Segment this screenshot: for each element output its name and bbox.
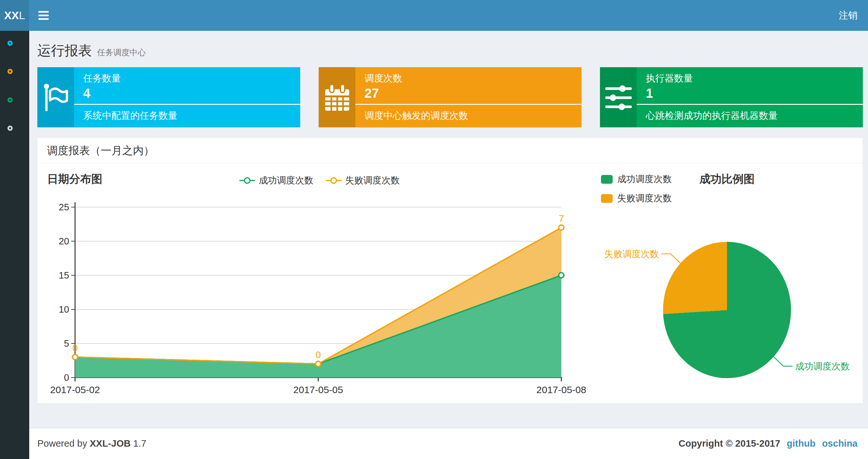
legend-label: 失败调度次数 xyxy=(345,174,400,187)
legend-line-marker-icon xyxy=(325,177,342,184)
pie-slice-label: 失败调度次数 xyxy=(604,249,659,259)
app-logo[interactable]: XXL xyxy=(0,0,29,31)
sidebar-item-report-circle-icon[interactable] xyxy=(7,40,13,46)
main-content: 运行报表 任务调度中心 任务数量 4 系统中配置的任务数量 xyxy=(29,31,868,459)
failure-point-marker[interactable] xyxy=(559,225,564,230)
report-panel: 调度报表（一月之内） 日期分布图 成功调度次数失败调度次数 0510152025… xyxy=(37,138,863,403)
navbar: 注销 xyxy=(29,0,868,31)
stacked-area-chart[interactable]: 05101520252017-05-022017-05-052017-05-08… xyxy=(37,188,590,400)
sidebar-item-executor-circle-icon[interactable] xyxy=(7,97,13,103)
stat-box-triggers: 调度次数 27 调度中心触发的调度次数 xyxy=(319,67,582,127)
pie-label-leader-line xyxy=(661,254,681,263)
top-navbar: XXL 注销 xyxy=(0,0,868,31)
stat-value: 1 xyxy=(637,85,863,102)
legend-label: 成功调度次数 xyxy=(259,174,313,187)
hamburger-icon xyxy=(38,14,49,16)
success-ratio-chart-area: 成功比例图 成功调度次数失败调度次数 成功调度次数失败调度次数 xyxy=(601,163,864,403)
stat-description: 心跳检测成功的执行器机器数量 xyxy=(637,105,863,126)
y-axis-tick-label: 20 xyxy=(59,236,69,247)
oschina-link[interactable]: oschina xyxy=(822,438,858,449)
pie-slice-label: 成功调度次数 xyxy=(795,361,850,371)
legend-item[interactable]: 成功调度次数 xyxy=(239,174,313,187)
pie-slice[interactable] xyxy=(663,242,727,314)
logout-link[interactable]: 注销 xyxy=(839,9,858,22)
success-point-marker[interactable] xyxy=(559,273,564,278)
pie-label-leader-line xyxy=(773,357,793,366)
footer: Powered by XXL-JOB 1.7 Copyright © 2015-… xyxy=(29,428,868,459)
y-axis-tick-label: 15 xyxy=(59,270,69,281)
x-axis-tick-label: 2017-05-05 xyxy=(293,384,343,395)
powered-prefix: Powered by xyxy=(37,438,87,449)
stat-description: 调度中心触发的调度次数 xyxy=(355,105,582,126)
copyright-text: Copyright © 2015-2017 xyxy=(679,438,780,449)
stat-title: 执行器数量 xyxy=(637,72,863,85)
x-axis-tick-label: 2017-05-02 xyxy=(50,384,100,395)
footer-right: Copyright © 2015-2017 github oschina xyxy=(679,438,858,449)
hamburger-icon xyxy=(38,18,49,20)
failure-point-marker[interactable] xyxy=(72,355,78,360)
stat-body: 任务数量 4 系统中配置的任务数量 xyxy=(74,67,300,127)
date-distribution-chart-area: 日期分布图 成功调度次数失败调度次数 05101520252017-05-022… xyxy=(37,163,601,403)
stat-body: 执行器数量 1 心跳检测成功的执行器机器数量 xyxy=(637,67,863,127)
panel-title: 调度报表（一月之内） xyxy=(37,138,863,163)
calendar-icon xyxy=(319,67,355,127)
legend-item[interactable]: 失败调度次数 xyxy=(325,174,400,187)
line-chart-legend: 成功调度次数失败调度次数 xyxy=(37,174,601,187)
page-subtitle: 任务调度中心 xyxy=(97,47,146,58)
failure-point-label: 7 xyxy=(559,213,564,224)
sidebar-toggle-button[interactable] xyxy=(29,0,52,31)
failure-point-label: 0 xyxy=(72,343,78,353)
flag-icon xyxy=(37,67,74,127)
sidebar-item-jobs-circle-icon[interactable] xyxy=(7,69,13,74)
hamburger-icon xyxy=(38,11,49,13)
page-title: 运行报表 xyxy=(37,41,92,60)
app-logo-light: L xyxy=(19,9,25,22)
y-axis-tick-label: 10 xyxy=(59,304,69,315)
panel-body: 日期分布图 成功调度次数失败调度次数 05101520252017-05-022… xyxy=(37,163,863,403)
stats-row: 任务数量 4 系统中配置的任务数量 xyxy=(37,67,863,127)
pie-chart[interactable]: 成功调度次数失败调度次数 xyxy=(601,163,864,403)
stat-box-executors: 执行器数量 1 心跳检测成功的执行器机器数量 xyxy=(600,67,863,127)
stat-value: 4 xyxy=(74,85,300,102)
brand-name: XXL-JOB xyxy=(90,438,131,449)
powered-by: Powered by XXL-JOB 1.7 xyxy=(37,438,146,449)
y-axis-tick-label: 0 xyxy=(64,372,69,383)
page-header: 运行报表 任务调度中心 xyxy=(29,31,868,60)
sidebar-item-help-circle-icon[interactable] xyxy=(7,126,13,131)
legend-line-marker-icon xyxy=(239,177,256,184)
y-axis-tick-label: 5 xyxy=(64,338,69,349)
y-axis-tick-label: 25 xyxy=(59,202,69,212)
x-axis-tick-label: 2017-05-08 xyxy=(536,384,586,395)
failure-point-marker[interactable] xyxy=(316,361,321,366)
github-link[interactable]: github xyxy=(787,438,816,449)
stat-value: 27 xyxy=(355,85,582,102)
sliders-icon xyxy=(600,67,637,127)
xxl-job-dashboard: XXL 注销 运行报表 任务调度中心 xyxy=(0,0,868,459)
stat-box-jobs: 任务数量 4 系统中配置的任务数量 xyxy=(37,67,300,127)
app-logo-bold: XX xyxy=(4,9,19,22)
stat-title: 调度次数 xyxy=(355,72,582,85)
stat-body: 调度次数 27 调度中心触发的调度次数 xyxy=(355,67,582,127)
failure-point-label: 0 xyxy=(315,350,321,360)
brand-version: 1.7 xyxy=(133,438,146,449)
stat-description: 系统中配置的任务数量 xyxy=(74,105,300,126)
sidebar xyxy=(0,31,29,459)
stat-title: 任务数量 xyxy=(74,72,300,85)
